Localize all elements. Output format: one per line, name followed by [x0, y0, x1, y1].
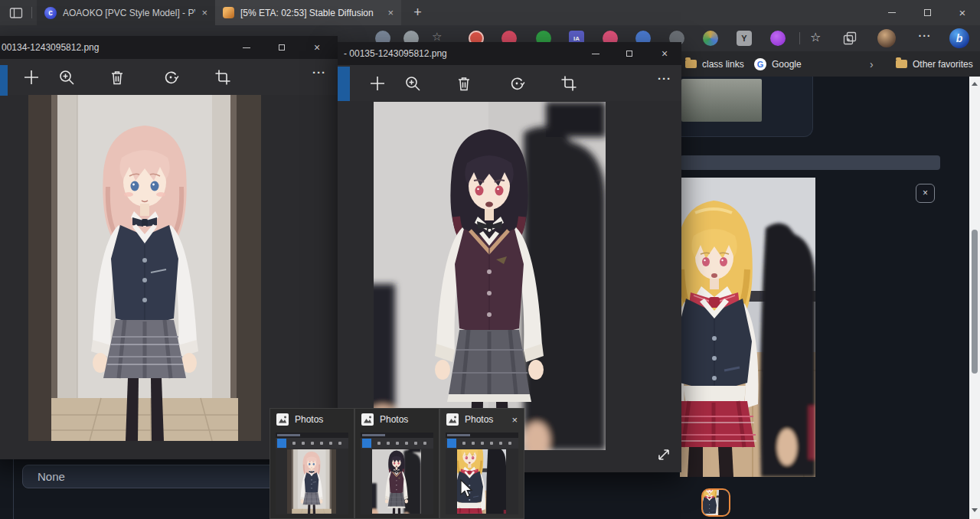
extension-y-icon[interactable]: Y: [737, 31, 752, 46]
rotate-icon[interactable]: [162, 69, 179, 86]
photos-app-icon: [446, 413, 459, 426]
tab-title: AOAOKO [PVC Style Model] - PV: [63, 8, 195, 18]
folder-icon: [685, 60, 697, 68]
window-maximize-button[interactable]: [910, 0, 945, 25]
photos-close-button[interactable]: ×: [653, 42, 676, 65]
window-minimize-button[interactable]: [874, 0, 910, 25]
photos-toolbar: ···: [338, 65, 681, 101]
mini-toolbar: [361, 438, 433, 449]
see-all-photos-button[interactable]: [338, 67, 350, 101]
sd-gray-panel-button[interactable]: [681, 79, 762, 122]
scrollbar-up-arrow-icon[interactable]: [972, 82, 978, 86]
preview-thumbnail[interactable]: [446, 432, 518, 514]
photos-app-icon: [276, 413, 289, 426]
tab-close-icon[interactable]: ×: [387, 8, 394, 18]
more-options-icon[interactable]: ···: [658, 72, 671, 85]
bookmark-folder-other-favorites[interactable]: Other favorites: [896, 51, 973, 77]
mini-photo-00134: [287, 449, 336, 514]
bookmark-label: class links: [702, 59, 744, 70]
bookmark-label: Other favorites: [913, 59, 973, 70]
see-all-photos-button[interactable]: [0, 65, 8, 96]
window-close-button[interactable]: ×: [945, 0, 980, 25]
mini-see-all-photos-button: [277, 439, 286, 448]
extension-icon[interactable]: [770, 31, 786, 46]
photos-window-title: 00134-1243095812.png: [2, 42, 99, 53]
browser-more-menu[interactable]: ···: [913, 30, 936, 42]
toolbar-divider: [799, 32, 800, 44]
google-icon: G: [754, 58, 766, 70]
photos-maximize-button[interactable]: [270, 36, 293, 59]
bookmarks-overflow-chevron-icon[interactable]: ›: [870, 51, 874, 77]
add-icon[interactable]: [23, 69, 40, 86]
collections-icon[interactable]: [842, 31, 858, 46]
sd-lightbox-image: [680, 178, 815, 477]
tab-actions-button[interactable]: [8, 5, 24, 21]
photos-toolbar: ···: [0, 59, 338, 95]
zoom-icon[interactable]: [404, 75, 421, 92]
profile-avatar[interactable]: [877, 29, 896, 47]
mouse-cursor: [460, 479, 474, 502]
mini-toolbar: [446, 438, 518, 449]
sd-style-select[interactable]: None: [22, 465, 276, 488]
add-icon[interactable]: [369, 75, 386, 92]
photo-00135-image: [374, 102, 606, 450]
preview-thumbnail[interactable]: [276, 432, 348, 514]
scrollbar-thumb[interactable]: [972, 230, 978, 374]
preview-close-icon[interactable]: ×: [511, 414, 518, 426]
taskbar-preview-photos-2[interactable]: Photos: [354, 408, 439, 519]
tab-title: [5% ETA: 02:53] Stable Diffusion: [240, 8, 381, 18]
folder-icon: [896, 60, 907, 68]
mini-photo-00135: [372, 449, 421, 514]
new-tab-button[interactable]: +: [408, 3, 427, 22]
mini-title-bar: [446, 432, 518, 438]
tab-divider: [31, 7, 32, 18]
civitai-tab-icon: c: [44, 7, 57, 19]
photos-title-bar[interactable]: 00134-1243095812.png ×: [0, 36, 338, 59]
preview-app-label: Photos: [295, 414, 348, 425]
photos-window-title: - 00135-1243095812.png: [344, 48, 447, 59]
taskbar-preview-photos-1[interactable]: Photos: [270, 408, 354, 519]
sd-gallery-thumbnail-selected[interactable]: [701, 488, 730, 517]
delete-icon[interactable]: [109, 69, 126, 86]
preview-app-label: Photos: [380, 414, 433, 425]
extension-globe-icon[interactable]: [703, 31, 718, 46]
sd-panel-border: [13, 459, 14, 519]
mini-title-bar: [361, 432, 433, 438]
photos-close-button[interactable]: ×: [305, 36, 328, 59]
bookmark-google[interactable]: G Google: [754, 51, 802, 77]
crop-icon[interactable]: [214, 69, 231, 86]
more-options-icon[interactable]: ···: [312, 66, 326, 79]
mini-see-all-photos-button: [362, 439, 371, 448]
zoom-icon[interactable]: [58, 69, 75, 86]
desktop-screen: c AOAOKO [PVC Style Model] - PV × [5% ET…: [0, 0, 980, 519]
bing-icon[interactable]: b: [949, 28, 969, 48]
sd-style-select-value: None: [38, 470, 65, 483]
expand-icon[interactable]: [655, 446, 673, 464]
mini-toolbar: [276, 438, 348, 449]
photos-minimize-button[interactable]: [584, 42, 607, 65]
browser-tab-stable-diffusion[interactable]: [5% ETA: 02:53] Stable Diffusion ×: [215, 0, 401, 25]
bookmark-label: Google: [772, 59, 802, 70]
tab-close-icon[interactable]: ×: [201, 8, 207, 18]
scrollbar-down-arrow-icon[interactable]: [972, 508, 978, 512]
photos-title-bar[interactable]: - 00135-1243095812.png ×: [338, 42, 681, 65]
stable-diffusion-tab-icon: [223, 7, 234, 18]
photos-maximize-button[interactable]: [618, 42, 641, 65]
preview-app-label: Photos: [465, 414, 505, 425]
mini-see-all-photos-button: [447, 439, 456, 448]
mini-title-bar: [276, 432, 348, 438]
bookmark-folder-class-links[interactable]: class links: [685, 51, 744, 77]
favorites-star-icon[interactable]: ☆: [810, 30, 821, 44]
preview-thumbnail[interactable]: [361, 432, 433, 514]
sd-progress-bar: [680, 155, 940, 170]
photos-window-00134: 00134-1243095812.png × ···: [0, 36, 338, 459]
taskbar-preview-photos-3[interactable]: Photos ×: [439, 408, 524, 519]
rotate-icon[interactable]: [508, 75, 525, 92]
crop-icon[interactable]: [560, 75, 577, 92]
browser-tab-civitai[interactable]: c AOAOKO [PVC Style Model] - PV ×: [37, 0, 215, 25]
sd-lightbox-close-button[interactable]: ×: [916, 184, 935, 203]
photo-00134-image: [28, 95, 261, 441]
photos-app-icon: [361, 413, 374, 426]
delete-icon[interactable]: [456, 75, 472, 92]
photos-minimize-button[interactable]: [235, 36, 258, 59]
